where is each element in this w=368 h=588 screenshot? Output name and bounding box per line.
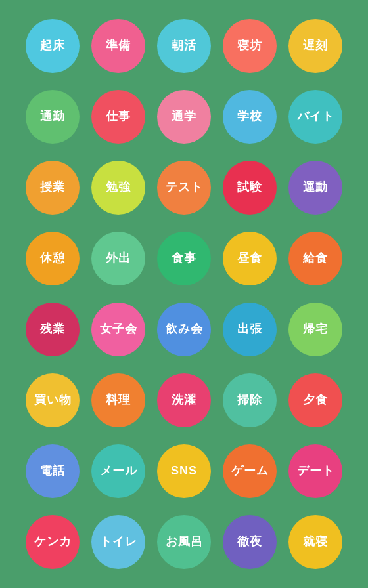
- badge-item: 通勤: [26, 90, 80, 144]
- badge-item: お風呂: [157, 515, 211, 569]
- badge-item: 通学: [157, 90, 211, 144]
- badge-item: テスト: [157, 161, 211, 215]
- badge-item: 就寝: [288, 515, 342, 569]
- badge-item: 料理: [91, 373, 145, 427]
- badge-item: デート: [288, 444, 342, 498]
- badge-item: トイレ: [91, 515, 145, 569]
- badge-item: 徹夜: [223, 515, 277, 569]
- badge-item: 授業: [26, 161, 80, 215]
- badge-item: SNS: [157, 444, 211, 498]
- badge-item: 学校: [223, 90, 277, 144]
- badge-item: 運動: [288, 161, 342, 215]
- badge-item: 買い物: [26, 373, 80, 427]
- badge-item: ゲーム: [223, 444, 277, 498]
- badge-item: 起床: [26, 19, 80, 73]
- badge-grid: 起床準備朝活寝坊遅刻通勤仕事通学学校バイト授業勉強テスト試験運動休憩外出食事昼食…: [23, 13, 345, 575]
- badge-item: 洗濯: [157, 373, 211, 427]
- badge-item: 帰宅: [288, 303, 342, 356]
- badge-item: 仕事: [91, 90, 145, 144]
- badge-item: 休憩: [26, 232, 80, 285]
- badge-item: 外出: [91, 232, 145, 285]
- badge-item: 準備: [91, 19, 145, 73]
- badge-item: 出張: [223, 303, 277, 356]
- badge-item: 電話: [26, 444, 80, 498]
- badge-item: 残業: [26, 303, 80, 356]
- badge-item: 食事: [157, 232, 211, 285]
- badge-item: 遅刻: [288, 19, 342, 73]
- badge-item: 飲み会: [157, 303, 211, 356]
- badge-item: 夕食: [288, 373, 342, 427]
- badge-item: 昼食: [223, 232, 277, 285]
- badge-item: 掃除: [223, 373, 277, 427]
- badge-item: 給食: [288, 232, 342, 285]
- badge-item: 寝坊: [223, 19, 277, 73]
- badge-item: ケンカ: [26, 515, 80, 569]
- badge-item: 朝活: [157, 19, 211, 73]
- badge-item: バイト: [288, 90, 342, 144]
- badge-item: 女子会: [91, 303, 145, 356]
- badge-item: 試験: [223, 161, 277, 215]
- badge-item: メール: [91, 444, 145, 498]
- badge-item: 勉強: [91, 161, 145, 215]
